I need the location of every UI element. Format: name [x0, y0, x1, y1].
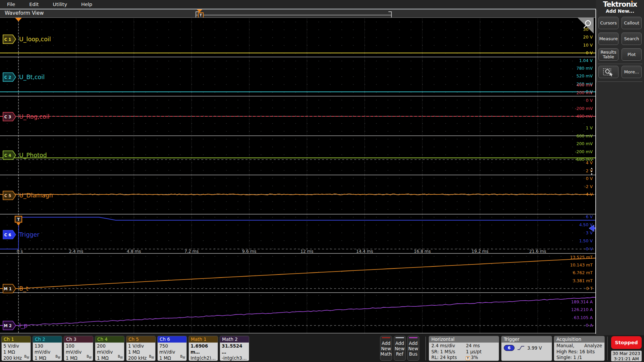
scale-label: 189.314 A — [571, 299, 593, 304]
divider — [607, 337, 608, 360]
channel-label-c3[interactable]: U_Rog,coil — [19, 113, 49, 120]
bandwidth-limit-icon: BW — [24, 354, 29, 361]
record-length: RL: 24 kpts — [431, 355, 466, 361]
svg-text:C 1: C 1 — [4, 37, 11, 42]
badge-title: Ch 6 — [158, 336, 186, 343]
menu-edit[interactable]: Edit — [22, 0, 46, 9]
svg-text:M 2: M 2 — [4, 323, 11, 328]
acquisition-single: Single: 1 /1 — [556, 355, 582, 361]
scale-label: 126.210 A — [571, 307, 593, 312]
add-new-ref-button[interactable]: AddNewRef — [394, 336, 406, 361]
x-axis-label: 21.6 ms — [529, 249, 546, 254]
search-button[interactable]: Search — [622, 33, 642, 45]
zoom-select-button[interactable] — [598, 66, 619, 78]
scale-label: 0 V — [586, 246, 593, 251]
channel-label-c6[interactable]: Trigger — [19, 231, 40, 238]
channel-badge-c5[interactable]: C 5 — [3, 191, 16, 200]
scale-label: 780 mV — [576, 66, 593, 71]
time-value: 3:21:21 AM — [611, 356, 642, 362]
bandwidth-limit-icon: BW — [55, 354, 60, 361]
add-new-bus-button[interactable]: AddNewBus — [407, 336, 419, 361]
channel-badge-c4[interactable]: C 4 — [3, 151, 16, 160]
drag-handle-dots[interactable] — [591, 173, 592, 175]
results-table-button[interactable]: Results Table — [598, 48, 619, 61]
channel-label-m1[interactable]: B_t — [19, 285, 29, 292]
menu-help[interactable]: Help — [74, 0, 99, 9]
run-stop-status-button[interactable]: Stopped — [611, 336, 642, 349]
menu-file[interactable]: File — [0, 0, 22, 9]
scale-label: 63.105 A — [574, 315, 593, 320]
more-button[interactable]: More... — [622, 66, 642, 78]
badge-row: 100 mV/div — [66, 343, 92, 355]
scale-label: 3 V — [586, 230, 593, 235]
badge-row: -intg(ch3… — [222, 355, 248, 361]
channel-label-c4[interactable]: U_Photod — [19, 152, 47, 159]
add-new-separator — [598, 81, 642, 82]
svg-text:T: T — [17, 217, 20, 222]
channel-label-m2[interactable]: I_p — [19, 322, 28, 329]
record-view-line — [196, 15, 391, 15]
acquisition-mode: Manual, — [556, 343, 574, 349]
svg-text:M 1: M 1 — [4, 287, 11, 291]
badge-settings: 750 mV/div1 MΩ200 kHzBW — [158, 343, 186, 361]
callout-button[interactable]: Callout — [622, 17, 642, 29]
channel-badge-c3[interactable]: C 3 — [3, 112, 16, 121]
channel-badge-c2[interactable]: C 2 — [3, 73, 16, 81]
trigger-source-badge: 6 — [504, 345, 515, 351]
oscilloscope-screen: File Edit Utility Help Waveform View T 3… — [0, 0, 644, 362]
badge-row: 1.6906 m… — [191, 343, 216, 355]
channel-label-c2[interactable]: U_Bt,coil — [19, 74, 45, 81]
divider — [425, 337, 426, 360]
add-new-group-border — [596, 10, 597, 82]
waveform-plot[interactable]: 30 V20 V10 V0 VC 1U_loop,coil1.04 V780 m… — [0, 17, 596, 334]
add-new-math-button[interactable]: AddNewMath — [380, 336, 392, 361]
channel-label-c5[interactable]: U_Diamagn — [19, 192, 53, 199]
badge-ch-6[interactable]: Ch 6750 mV/div1 MΩ200 kHzBW — [157, 336, 187, 361]
sample-interval: 1 µs/pt — [466, 349, 482, 355]
trigger-mini-icon: T — [466, 356, 470, 360]
bandwidth-limit-icon: BW — [118, 354, 123, 361]
channel-badge-m1[interactable]: M 1 — [3, 284, 16, 293]
badge-settings: 130 mV/div1 MΩ200 kHzBW — [33, 343, 62, 361]
badge-math-2[interactable]: Math 231.5524 …-intg(ch3… — [220, 336, 249, 361]
scale-label: 0 T — [586, 286, 593, 291]
zoom-select-icon — [603, 68, 614, 76]
trigger-panel[interactable]: Trigger 6 3.99 V — [501, 336, 552, 361]
x-axis-label: 7.2 ms — [184, 249, 199, 254]
channel-badge-c1[interactable]: C 1 — [3, 35, 16, 44]
scale-label: 13.525 mT — [570, 255, 593, 260]
badge-ch-3[interactable]: Ch 3100 mV/div1 MΩ200 kHzBW — [64, 336, 93, 361]
scale-label: 400 mV — [576, 82, 593, 87]
badge-ch-4[interactable]: Ch 4200 mV/div1 MΩ200 kHzBW — [95, 336, 124, 361]
measure-button[interactable]: Measure — [598, 33, 619, 45]
badge-ch-2[interactable]: Ch 2130 mV/div1 MΩ200 kHzBW — [33, 336, 62, 361]
scale-label: 4 V — [586, 160, 593, 165]
channel-badge-c6[interactable]: C 6 — [3, 230, 16, 239]
x-axis-label: 16.8 ms — [414, 249, 431, 254]
scale-label: 6.762 mT — [573, 270, 593, 275]
badge-settings: 1 V/div1 MΩ200 kHzBW — [126, 343, 155, 361]
scale-label: 0 V — [586, 176, 593, 181]
plot-button[interactable]: Plot — [622, 48, 642, 61]
channel-label-c1[interactable]: U_loop,coil — [19, 36, 51, 43]
badge-title: Ch 4 — [95, 336, 124, 343]
channel-badge-m2[interactable]: M 2 — [3, 321, 16, 330]
badge-math-1[interactable]: Math 11.6906 m…Intg(ch2)… — [189, 336, 218, 361]
rising-edge-icon — [517, 345, 525, 351]
acquisition-panel[interactable]: Acquisition Manual,Analyze High Res: 16 … — [554, 336, 605, 361]
drag-handle-dots[interactable] — [591, 171, 592, 172]
minor-dot-grid — [0, 17, 596, 334]
horizontal-panel-title: Horizontal — [429, 336, 499, 343]
svg-text:C 4: C 4 — [4, 153, 11, 158]
badge-row: 1 V/div — [128, 343, 154, 349]
cursors-button[interactable]: Cursors — [598, 17, 619, 29]
scale-label: -4 V — [584, 192, 593, 197]
drag-handle-dots[interactable] — [591, 168, 592, 169]
horizontal-panel[interactable]: Horizontal 2.4 ms/div24 ms SR: 1 MS/s1 µ… — [429, 336, 499, 361]
trigger-position-triangle-icon[interactable] — [197, 9, 202, 12]
acquisition-analyze: Analyze — [584, 343, 602, 349]
badge-ch-1[interactable]: Ch 15 V/div1 MΩ200 kHzBW — [1, 336, 31, 361]
badge-ch-5[interactable]: Ch 51 V/div1 MΩ200 kHzBW — [126, 336, 156, 361]
acquisition-resolution: High Res: 16 bits — [556, 349, 595, 355]
menu-utility[interactable]: Utility — [46, 0, 74, 9]
